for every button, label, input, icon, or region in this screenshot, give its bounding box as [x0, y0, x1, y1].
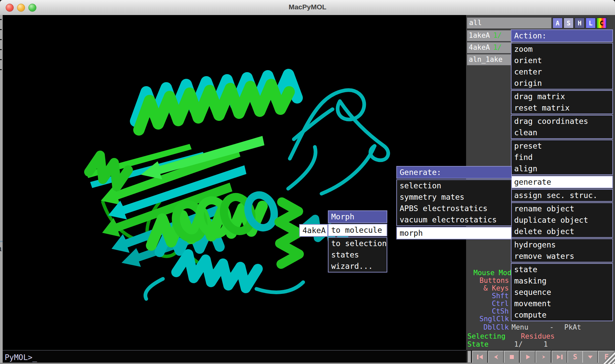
- selecting-mode-label[interactable]: Selecting: [467, 333, 505, 340]
- menu-item-center[interactable]: center: [511, 66, 612, 77]
- menu-item-find[interactable]: find: [511, 152, 612, 163]
- selection-all-label: all: [469, 19, 482, 27]
- menu-item-hydrogens[interactable]: hydrogens: [511, 239, 612, 250]
- menu-item-zoom[interactable]: zoom: [511, 43, 612, 55]
- color-menu-label: C: [600, 19, 603, 27]
- menu-item-duplicate-object[interactable]: duplicate object: [511, 214, 612, 226]
- action-menu-group: rename object duplicate object delete ob…: [511, 202, 613, 238]
- mouse-shft-label: Shft: [492, 292, 509, 300]
- selection-all-bar[interactable]: all: [467, 17, 552, 29]
- movie-menu-button[interactable]: [582, 351, 598, 363]
- background-window-text: a: [0, 244, 2, 253]
- background-window-mark: [0, 39, 2, 40]
- scene-button-label: S: [573, 353, 577, 361]
- object-row-4akeA[interactable]: 4akeA1/: [467, 42, 512, 53]
- menu-item-sequence[interactable]: sequence: [511, 287, 612, 298]
- menu-item-state[interactable]: state: [511, 264, 612, 275]
- menu-item-preset[interactable]: preset: [511, 140, 612, 152]
- menu-item-orient[interactable]: orient: [511, 55, 612, 66]
- action-menu-group: assign sec. struc.: [511, 189, 613, 202]
- background-window-edge: a: [0, 15, 3, 363]
- stop-button[interactable]: [504, 351, 520, 363]
- menu-item-remove-waters[interactable]: remove waters: [511, 250, 612, 262]
- loop-cyan: [145, 279, 163, 299]
- menu-item-symmetry-mates[interactable]: symmetry mates: [397, 191, 511, 203]
- menu-item-delete-object[interactable]: delete object: [511, 226, 612, 237]
- helix-green: [279, 202, 299, 264]
- scene-button[interactable]: S: [567, 351, 583, 363]
- skip-to-start-button[interactable]: [472, 351, 488, 363]
- hide-menu-label: H: [578, 19, 581, 27]
- object-state: 1/: [493, 31, 501, 39]
- actions-menu-button[interactable]: A: [553, 18, 563, 28]
- hide-menu-button[interactable]: H: [575, 18, 585, 28]
- object-row-1akeA[interactable]: 1akeA1/: [467, 30, 512, 41]
- menu-item-4akeA[interactable]: 4akeA: [300, 225, 327, 236]
- menu-item-vacuum-electrostatics[interactable]: vacuum electrostatics: [397, 214, 511, 225]
- show-menu-button[interactable]: S: [564, 18, 574, 28]
- menu-item-masking[interactable]: masking: [511, 275, 612, 287]
- action-menu-header: Action:: [511, 29, 613, 42]
- play-button[interactable]: [520, 351, 536, 363]
- label-menu-label: L: [589, 19, 592, 27]
- molecule-target-popup: 4akeA: [299, 224, 328, 237]
- menu-item-to-molecule[interactable]: to molecule: [329, 224, 387, 236]
- state-current: 1/: [514, 341, 523, 348]
- action-menu-group: zoom orient center origin: [511, 43, 613, 89]
- background-window-divider: [0, 241, 3, 242]
- selecting-mode-value[interactable]: Residues: [521, 333, 555, 340]
- menu-item-wizard[interactable]: wizard...: [329, 260, 387, 272]
- object-name: 1akeA: [469, 31, 490, 39]
- mouse-ctrl-label: Ctrl: [492, 300, 509, 308]
- command-prompt[interactable]: PyMOL>_: [5, 353, 37, 362]
- menu-item-clean[interactable]: clean: [511, 127, 612, 138]
- menu-item-states[interactable]: states: [329, 249, 387, 260]
- menu-item-drag-matrix[interactable]: drag matrix: [511, 91, 612, 102]
- menu-item-reset-matrix[interactable]: reset matrix: [511, 102, 612, 114]
- macpymol-window: MacPyMOL a: [0, 0, 615, 364]
- morph-menu-group: to selection states wizard...: [328, 237, 387, 272]
- window-title: MacPyMOL: [0, 3, 615, 11]
- background-window-mark: [0, 59, 2, 60]
- loop-cyan: [256, 282, 303, 292]
- menu-item-morph[interactable]: morph: [397, 227, 511, 239]
- menu-item-origin[interactable]: origin: [511, 77, 612, 89]
- menu-item-to-selection[interactable]: to selection: [329, 238, 387, 249]
- step-forward-icon: [540, 354, 547, 360]
- menu-item-assign-sec-struc[interactable]: assign sec. struc.: [511, 190, 612, 201]
- action-menu-group: preset find align: [511, 140, 613, 175]
- menu-item-compute[interactable]: compute: [511, 309, 612, 321]
- menu-item-generate[interactable]: generate: [511, 176, 612, 188]
- menu-item-rename-object[interactable]: rename object: [511, 203, 612, 214]
- color-menu-button[interactable]: C: [597, 18, 607, 28]
- action-menu-group: drag coordinates clean: [511, 115, 613, 139]
- object-name: 4akeA: [469, 43, 490, 51]
- movie-bar-handle[interactable]: [467, 351, 471, 363]
- action-menu-group: drag matrix reset matrix: [511, 90, 613, 114]
- skip-to-end-icon: [556, 354, 563, 360]
- label-menu-button[interactable]: L: [586, 18, 596, 28]
- actions-menu-label: A: [556, 19, 559, 27]
- menu-item-apbs-electrostatics[interactable]: APBS electrostatics: [397, 203, 511, 214]
- background-window-mark: [0, 69, 2, 70]
- command-line[interactable]: PyMOL>_: [3, 350, 466, 363]
- menu-item-align[interactable]: align: [511, 163, 612, 174]
- menu-item-drag-coordinates[interactable]: drag coordinates: [511, 116, 612, 127]
- step-forward-button[interactable]: [536, 351, 551, 363]
- action-menu: Action: zoom orient center origin drag m…: [511, 29, 613, 321]
- mouse-mode-title: Mouse Mode: [473, 269, 516, 277]
- mouse-keys-label: & Keys: [483, 285, 509, 292]
- mouse-ctsh-label: CtSh: [492, 308, 509, 315]
- mouse-snglclk-label: SnglClk: [479, 315, 509, 323]
- skip-to-start-icon: [476, 354, 484, 360]
- dblclk-pkat-cell: PkAt: [564, 324, 581, 331]
- generate-menu-header: Generate:: [396, 166, 512, 179]
- skip-to-end-button[interactable]: [552, 351, 567, 363]
- mouse-dblclk-label: DblClk: [483, 324, 509, 331]
- play-reverse-button[interactable]: [488, 351, 504, 363]
- object-row-aln-1ake[interactable]: aln_1ake: [467, 54, 512, 65]
- menu-item-movement[interactable]: movement: [511, 298, 612, 309]
- menu-item-selection[interactable]: selection: [397, 180, 511, 191]
- play-icon: [525, 354, 531, 360]
- helix-cyan: [176, 254, 258, 288]
